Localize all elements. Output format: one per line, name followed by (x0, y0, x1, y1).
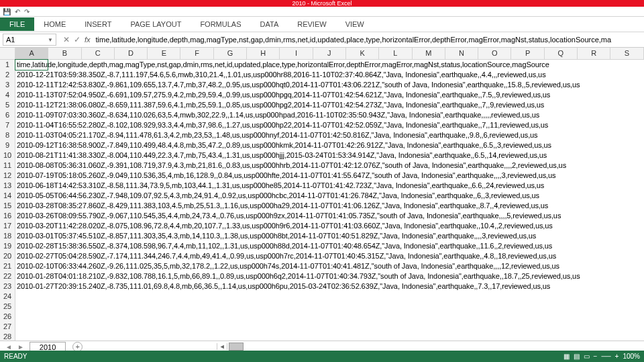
tab-data[interactable]: DATA (251, 17, 288, 31)
row-header[interactable]: 24 (0, 291, 15, 302)
cell-content[interactable]: 2010-02-10T06:33:44.260Z,-9.26,111.025,3… (15, 261, 644, 271)
row-header[interactable]: 23 (0, 281, 15, 292)
column-header[interactable]: H (247, 48, 280, 59)
zoom-level[interactable]: 100% (623, 353, 640, 360)
cell-content[interactable]: 2010-02-28T15:38:36.550Z,-8.374,108.598,… (15, 241, 644, 251)
column-header[interactable]: N (445, 48, 478, 59)
row-header[interactable]: 15 (0, 201, 15, 212)
cell-content[interactable]: 2010-08-21T11:41:38.330Z,-8.004,110.449,… (15, 150, 644, 161)
cell-content[interactable]: 2010-12-21T03:59:38.350Z,-8.7,111.197,54… (15, 70, 644, 80)
row-header[interactable]: 3 (0, 80, 15, 91)
enter-icon[interactable]: ✓ (74, 35, 80, 44)
sheet-nav-next-icon[interactable]: ► (17, 343, 24, 351)
cell-content[interactable]: 2010-03-20T11:42:28.020Z,-8.075,108.96,7… (15, 221, 644, 231)
column-header[interactable]: I (280, 48, 313, 59)
row-header[interactable]: 20 (0, 251, 15, 262)
sheet-nav-prev-icon[interactable]: ◄ (5, 343, 12, 351)
row-header[interactable]: 13 (0, 181, 15, 191)
cell-content[interactable]: 2010-09-12T16:38:58.900Z,-7.849,110.499,… (15, 140, 644, 150)
fx-icon[interactable]: fx (85, 36, 95, 44)
row-header[interactable]: 19 (0, 241, 15, 252)
column-header[interactable]: D (115, 48, 148, 59)
column-header[interactable]: J (313, 48, 346, 59)
tab-home[interactable]: HOME (34, 17, 75, 31)
tab-insert[interactable]: INSERT (75, 17, 121, 31)
column-header[interactable]: B (48, 48, 81, 59)
column-header[interactable]: R (578, 48, 610, 59)
row-header[interactable]: 7 (0, 120, 15, 131)
row-header[interactable]: 17 (0, 221, 15, 232)
row-header[interactable]: 25 (0, 302, 15, 312)
tab-formulas[interactable]: FORMULAS (191, 17, 250, 31)
column-header[interactable]: Q (545, 48, 578, 59)
row-header[interactable]: 10 (0, 150, 15, 161)
row-header[interactable]: 8 (0, 130, 15, 141)
column-header[interactable]: A (15, 48, 48, 59)
cell-content[interactable]: 2010-11-12T21:38:06.080Z,-8.659,111.387,… (15, 100, 644, 110)
redo-icon[interactable]: ↷ (24, 8, 30, 15)
row-header[interactable]: 4 (0, 90, 15, 101)
cell-content[interactable]: 2010-03-26T08:09:55.790Z,-9.067,110.545,… (15, 211, 644, 221)
hscroll-thumb[interactable] (229, 343, 244, 351)
row-header[interactable]: 11 (0, 161, 15, 171)
tab-pagelayout[interactable]: PAGE LAYOUT (121, 17, 191, 31)
column-header[interactable]: E (148, 48, 180, 59)
row-header[interactable]: 1 (0, 60, 15, 71)
formula-input[interactable]: time,latitude,longitude,depth,mag,magTyp… (95, 34, 644, 45)
view-normal-icon[interactable]: ▦ (564, 353, 570, 360)
cell-content[interactable]: 2010-11-09T07:03:30.360Z,-8.634,110.026,… (15, 110, 644, 120)
tab-review[interactable]: REVIEW (288, 17, 335, 31)
cell-content[interactable]: 2010-11-04T16:55:52.280Z,-8.102,108.929,… (15, 120, 644, 130)
row-header[interactable]: 14 (0, 191, 15, 201)
row-header[interactable]: 27 (0, 322, 15, 332)
cell-content[interactable]: 2010-12-11T12:42:53.830Z,-9.861,109.655,… (15, 80, 644, 90)
cell-content[interactable]: 2010-11-13T07:52:04.950Z,-6.691,109.57,2… (15, 90, 644, 100)
column-header[interactable]: K (346, 48, 379, 59)
column-header[interactable]: P (511, 48, 544, 59)
quick-access-toolbar: 💾 ↶ ↷ (0, 7, 644, 17)
row-header[interactable]: 26 (0, 312, 15, 322)
cell-content[interactable]: 2010-02-27T05:04:28.590Z,-7.174,111.344,… (15, 251, 644, 261)
cell-content[interactable]: 2010-07-19T05:18:05.260Z,-9.049,110.536,… (15, 171, 644, 181)
save-icon[interactable]: 💾 (3, 8, 11, 15)
cell-content[interactable]: 2010-01-28T04:01:18.210Z,-9.832,108.788,… (15, 271, 644, 281)
status-bar: READY ▦ ▤ ▭ − ── + 100% (0, 351, 644, 362)
row-header[interactable]: 9 (0, 140, 15, 151)
view-pagebreak-icon[interactable]: ▭ (584, 353, 590, 360)
cell-content[interactable]: 2010-06-18T14:42:53.310Z,-8.58,111.34,73… (15, 181, 644, 191)
cancel-icon[interactable]: ✕ (63, 35, 70, 44)
column-header[interactable]: S (610, 48, 643, 59)
cell-content[interactable]: time,latitude,longitude,depth,mag,magTyp… (15, 60, 644, 70)
row-header[interactable]: 16 (0, 211, 15, 222)
zoom-in-icon[interactable]: + (615, 353, 619, 360)
zoom-out-icon[interactable]: − (594, 353, 598, 360)
scroll-left-icon[interactable]: ◄ (217, 343, 227, 350)
tab-file[interactable]: FILE (0, 17, 34, 31)
cell-content[interactable]: 2010-03-28T08:35:27.860Z,-8.429,111.383,… (15, 201, 644, 211)
chevron-down-icon[interactable]: ▼ (48, 37, 53, 43)
column-header[interactable]: M (413, 48, 445, 59)
view-pagelayout-icon[interactable]: ▤ (574, 353, 580, 360)
row-header[interactable]: 18 (0, 231, 15, 242)
column-header[interactable]: G (214, 48, 247, 59)
column-header[interactable]: L (379, 48, 412, 59)
row-header[interactable]: 22 (0, 271, 15, 282)
undo-icon[interactable]: ↶ (15, 8, 20, 15)
cell-content[interactable]: 2010-01-27T20:39:15.240Z,-8.735,111.01,6… (15, 281, 644, 291)
row-header[interactable]: 5 (0, 100, 15, 111)
column-header[interactable]: O (478, 48, 511, 59)
row-header[interactable]: 6 (0, 110, 15, 121)
column-header[interactable]: C (82, 48, 115, 59)
select-all-corner[interactable] (0, 48, 15, 59)
column-header[interactable]: F (180, 48, 213, 59)
tab-view[interactable]: VIEW (336, 17, 374, 31)
cell-content[interactable]: 2010-11-03T04:05:21.170Z,-8.94,111.478,6… (15, 130, 644, 140)
row-header[interactable]: 12 (0, 171, 15, 181)
name-box[interactable]: A1 ▼ (3, 34, 56, 46)
cell-content[interactable]: 2010-03-01T05:37:45.510Z,-8.857,111.303,… (15, 231, 644, 241)
row-header[interactable]: 21 (0, 261, 15, 272)
spreadsheet-grid[interactable]: ABCDEFGHIJKLMNOPQRS 1time,latitude,longi… (0, 48, 644, 342)
cell-content[interactable]: 2010-05-05T06:44:56.230Z,-7.948,109.07,9… (15, 191, 644, 201)
cell-content[interactable]: 2010-08-08T05:36:31.060Z,-9.391,108.719,… (15, 161, 644, 171)
row-header[interactable]: 2 (0, 70, 15, 81)
